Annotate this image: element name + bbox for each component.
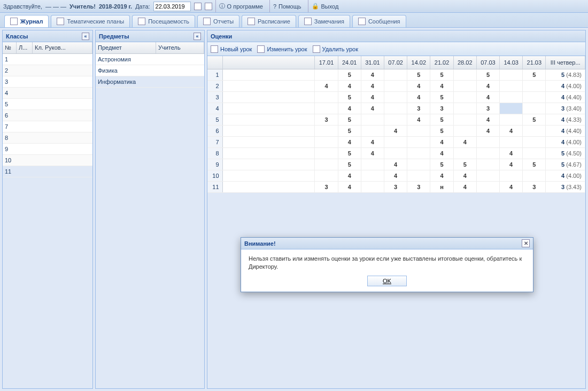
grade-cell[interactable]: 3 (384, 181, 407, 192)
new-lesson-button[interactable]: Новый урок (211, 45, 252, 53)
grade-cell[interactable]: 5 (338, 91, 361, 103)
grade-cell[interactable]: 5 (430, 125, 453, 136)
grade-cell[interactable]: 4 (500, 181, 523, 192)
date-header[interactable]: 14.03 (500, 56, 523, 69)
date-input[interactable] (153, 2, 191, 11)
date-header[interactable]: 21.02 (430, 56, 453, 69)
grade-cell[interactable] (407, 147, 430, 159)
grade-cell[interactable] (361, 170, 384, 181)
grade-cell[interactable] (407, 125, 430, 136)
ok-button[interactable]: OK (367, 276, 407, 286)
grade-cell[interactable]: 5 (523, 69, 546, 80)
grade-cell[interactable] (523, 147, 546, 159)
exit-link[interactable]: 🔒Выход (308, 0, 342, 12)
class-row[interactable]: 10 (3, 155, 92, 166)
tab-Замечания[interactable]: Замечания (298, 15, 350, 27)
grade-cell[interactable] (384, 114, 407, 125)
grade-cell[interactable]: 5 (453, 159, 476, 170)
grade-cell[interactable]: 3 (315, 181, 338, 192)
grade-cell[interactable] (500, 69, 523, 80)
help-link[interactable]: ?Помощь (269, 0, 305, 12)
date-header[interactable]: 07.03 (476, 56, 499, 69)
grade-cell[interactable] (476, 181, 499, 192)
class-row[interactable]: 8 (3, 132, 92, 144)
grade-cell[interactable]: 4 (338, 170, 361, 181)
date-header[interactable]: 31.01 (361, 56, 384, 69)
grade-cell[interactable] (523, 80, 546, 91)
grade-cell[interactable] (523, 125, 546, 136)
calendar-icon[interactable] (194, 3, 202, 10)
grade-cell[interactable]: 5 (338, 114, 361, 125)
grade-cell[interactable]: 5 (523, 114, 546, 125)
grade-cell[interactable]: 4 (361, 69, 384, 80)
class-row[interactable]: 5 (3, 99, 92, 110)
grade-cell[interactable]: 4 (476, 114, 499, 125)
grade-cell[interactable] (500, 170, 523, 181)
grade-cell[interactable]: 4 (315, 80, 338, 91)
grade-cell[interactable]: 4 (361, 147, 384, 159)
grade-cell[interactable]: 5 (407, 69, 430, 80)
class-row[interactable]: 3 (3, 76, 92, 88)
class-row[interactable]: 11 (3, 166, 92, 177)
grade-cell[interactable] (523, 91, 546, 103)
grade-cell[interactable] (500, 103, 523, 114)
delete-lesson-button[interactable]: Удалить урок (313, 45, 358, 53)
grade-cell[interactable] (384, 136, 407, 147)
grade-cell[interactable]: н (430, 181, 453, 192)
grade-cell[interactable] (315, 125, 338, 136)
grade-cell[interactable]: 5 (338, 125, 361, 136)
grade-cell[interactable] (407, 159, 430, 170)
grade-cell[interactable]: 4 (361, 91, 384, 103)
grade-cell[interactable]: 4 (384, 170, 407, 181)
grade-cell[interactable]: 3 (523, 181, 546, 192)
grade-cell[interactable]: 5 (523, 159, 546, 170)
grade-cell[interactable]: 5 (338, 69, 361, 80)
grade-cell[interactable] (384, 80, 407, 91)
grade-cell[interactable]: 4 (361, 103, 384, 114)
grade-cell[interactable]: 3 (407, 181, 430, 192)
grade-cell[interactable] (500, 80, 523, 91)
grade-cell[interactable]: 5 (338, 147, 361, 159)
grade-cell[interactable]: 4 (338, 80, 361, 91)
grade-cell[interactable]: 4 (430, 80, 453, 91)
grade-cell[interactable] (384, 91, 407, 103)
about-link[interactable]: ⓘО программе (215, 0, 266, 12)
tab-Отчеты[interactable]: Отчеты (197, 15, 239, 27)
grade-cell[interactable]: 4 (430, 136, 453, 147)
tab-Сообщения[interactable]: Сообщения (352, 15, 406, 27)
class-row[interactable]: 9 (3, 144, 92, 155)
grade-cell[interactable] (523, 103, 546, 114)
date-header[interactable]: 14.02 (407, 56, 430, 69)
grade-cell[interactable]: 4 (430, 147, 453, 159)
grade-cell[interactable] (407, 170, 430, 181)
grade-cell[interactable] (384, 69, 407, 80)
grade-cell[interactable] (476, 136, 499, 147)
grade-cell[interactable]: 4 (407, 114, 430, 125)
date-header[interactable]: 07.02 (384, 56, 407, 69)
grade-cell[interactable]: 4 (430, 170, 453, 181)
grade-cell[interactable] (384, 147, 407, 159)
close-icon[interactable]: ✕ (522, 239, 530, 247)
subject-row[interactable]: Астрономия (96, 54, 204, 65)
grade-cell[interactable] (315, 103, 338, 114)
subject-row[interactable]: Информатика (96, 76, 204, 88)
collapse-icon[interactable]: « (194, 33, 201, 40)
class-row[interactable]: 4 (3, 88, 92, 99)
grade-cell[interactable] (476, 159, 499, 170)
grade-cell[interactable] (500, 136, 523, 147)
grade-cell[interactable]: 4 (384, 159, 407, 170)
grade-cell[interactable]: 4 (453, 181, 476, 192)
grade-cell[interactable]: 5 (430, 91, 453, 103)
grade-cell[interactable]: 3 (476, 103, 499, 114)
grade-cell[interactable] (523, 136, 546, 147)
grade-cell[interactable]: 3 (407, 103, 430, 114)
grade-cell[interactable]: 5 (476, 69, 499, 80)
grade-cell[interactable] (453, 80, 476, 91)
grade-cell[interactable]: 5 (430, 159, 453, 170)
grade-cell[interactable] (453, 91, 476, 103)
grade-cell[interactable] (361, 159, 384, 170)
tab-Тематические планы[interactable]: Тематические планы (51, 15, 130, 27)
grade-cell[interactable] (315, 159, 338, 170)
grade-cell[interactable]: 3 (430, 103, 453, 114)
grade-cell[interactable] (315, 91, 338, 103)
